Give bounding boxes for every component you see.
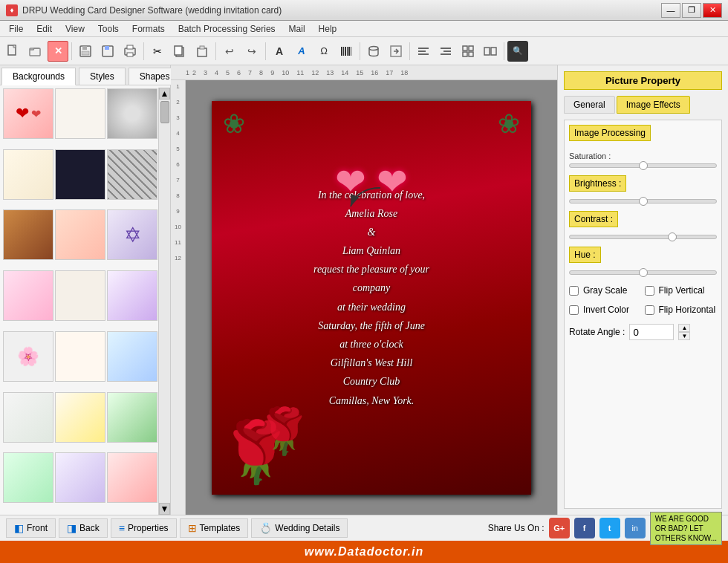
wedding-details-button[interactable]: 💍 Wedding Details	[251, 518, 348, 538]
tb-database[interactable]	[363, 41, 384, 62]
hue-row: Hue :	[569, 247, 717, 275]
tb-save[interactable]	[75, 41, 96, 62]
thumb-21[interactable]	[107, 452, 157, 503]
thumb-7[interactable]	[3, 209, 53, 260]
tab-styles[interactable]: Styles	[79, 68, 126, 85]
facebook-btn[interactable]: f	[574, 518, 595, 538]
tab-general[interactable]: General	[564, 96, 615, 114]
thumb-5[interactable]	[55, 149, 105, 200]
thumb-14[interactable]	[55, 331, 105, 382]
thumb-13[interactable]: 🌸	[3, 331, 53, 382]
scrollbar[interactable]: ▲ ▼	[158, 88, 170, 515]
google-plus-btn[interactable]: G+	[549, 518, 570, 538]
tb-copy[interactable]	[169, 41, 190, 62]
rotate-up-btn[interactable]: ▲	[678, 324, 690, 332]
minimize-button[interactable]: —	[661, 3, 680, 18]
back-button[interactable]: ◨ Back	[59, 518, 108, 538]
thumbnail-grid: ❤ ❤ ✡ 🌸	[0, 85, 170, 515]
scroll-up-btn[interactable]: ▲	[159, 88, 170, 100]
tb-cut[interactable]: ✂	[147, 41, 168, 62]
flip-vertical-checkbox[interactable]	[645, 286, 654, 296]
rotate-angle-input[interactable]	[629, 324, 674, 340]
tb-align-left[interactable]	[413, 41, 434, 62]
rating-line2: OR BAD? LET	[655, 524, 717, 533]
tb-open[interactable]	[25, 41, 46, 62]
thumb-16[interactable]	[3, 392, 53, 443]
tb-undo[interactable]: ↩	[219, 41, 240, 62]
thumb-3[interactable]	[107, 88, 157, 139]
thumb-6[interactable]	[107, 149, 157, 200]
thumb-12[interactable]	[107, 270, 157, 321]
tb-delete[interactable]: ✕	[48, 41, 68, 62]
templates-button[interactable]: ⊞ Templates	[180, 518, 249, 538]
tb-redo[interactable]: ↪	[241, 41, 262, 62]
thumb-8[interactable]	[55, 209, 105, 260]
app-icon: ♦	[6, 4, 18, 16]
menu-help[interactable]: Help	[313, 22, 343, 36]
menu-batch-processing[interactable]: Batch Processing Series	[172, 22, 282, 36]
sep5	[360, 42, 360, 60]
sep7	[504, 42, 504, 60]
hue-slider[interactable]	[569, 270, 717, 275]
saturation-label: Saturation :	[569, 152, 717, 160]
thumb-2[interactable]	[55, 88, 105, 139]
thumb-1[interactable]: ❤ ❤	[3, 88, 53, 139]
thumb-9[interactable]: ✡	[107, 209, 157, 260]
thumb-19[interactable]	[3, 452, 53, 503]
grayscale-checkbox[interactable]	[569, 286, 579, 296]
saturation-slider[interactable]	[569, 163, 717, 168]
scroll-thumb[interactable]	[160, 101, 169, 123]
website-url: www.Datadoctor.in	[305, 545, 423, 559]
thumb-18[interactable]	[107, 392, 157, 443]
tb-zoom[interactable]: 🔍	[507, 41, 528, 62]
tb-align-right[interactable]	[435, 41, 456, 62]
tab-backgrounds[interactable]: Backgrounds	[1, 68, 76, 85]
menu-tools[interactable]: Tools	[92, 22, 125, 36]
menu-file[interactable]: File	[3, 22, 29, 36]
tb-save-as[interactable]	[97, 41, 118, 62]
tb-print-preview[interactable]	[120, 41, 140, 62]
tb-new[interactable]	[3, 41, 24, 62]
menu-formats[interactable]: Formats	[126, 22, 171, 36]
thumb-4[interactable]	[3, 149, 53, 200]
tb-ratio[interactable]	[480, 41, 501, 62]
thumb-20[interactable]	[55, 452, 105, 503]
twitter-btn[interactable]: t	[599, 518, 620, 538]
image-processing-label: Image Processing	[569, 125, 651, 141]
thumb-11[interactable]	[55, 270, 105, 321]
properties-button[interactable]: ≡ Properties	[111, 518, 177, 538]
tb-wordart[interactable]: A	[291, 41, 312, 62]
window-title: DRPU Wedding Card Designer Software (wed…	[22, 5, 282, 16]
thumb-15[interactable]	[107, 331, 157, 382]
scroll-down-btn[interactable]: ▼	[159, 503, 170, 515]
thumb-17[interactable]	[55, 392, 105, 443]
invert-color-checkbox[interactable]	[569, 305, 579, 315]
close-button[interactable]: ✕	[703, 3, 722, 18]
maximize-button[interactable]: ❐	[682, 3, 701, 18]
front-button[interactable]: ◧ Front	[6, 518, 56, 538]
tab-image-effects[interactable]: Image Effects	[617, 96, 690, 114]
invert-color-row: Invert Color	[569, 305, 642, 315]
window-controls[interactable]: — ❐ ✕	[661, 3, 722, 18]
thumb-10[interactable]	[3, 270, 53, 321]
card-canvas[interactable]: ❀ ❀ ❤ ❤ 🌹 🌹 In the celebration of love, …	[212, 101, 531, 495]
flip-vertical-label: Flip Vertical	[659, 285, 705, 296]
tb-grid[interactable]	[458, 41, 478, 62]
share-btn-4[interactable]: in	[625, 518, 646, 538]
contrast-slider[interactable]	[569, 235, 717, 239]
brightness-slider[interactable]	[569, 199, 717, 204]
rotate-spinners: ▲ ▼	[678, 324, 690, 340]
tb-import[interactable]	[386, 41, 406, 62]
menu-view[interactable]: View	[59, 22, 91, 36]
tb-paste[interactable]	[192, 41, 212, 62]
menu-mail[interactable]: Mail	[283, 22, 311, 36]
flip-horizontal-checkbox[interactable]	[645, 305, 654, 315]
svg-rect-23	[418, 48, 429, 49]
wedding-details-label: Wedding Details	[275, 523, 339, 533]
tb-barcode[interactable]	[336, 41, 357, 62]
tb-symbol[interactable]: Ω	[313, 41, 334, 62]
tb-text[interactable]: A	[269, 41, 290, 62]
menu-edit[interactable]: Edit	[30, 22, 58, 36]
rotate-down-btn[interactable]: ▼	[678, 332, 690, 340]
svg-rect-28	[441, 53, 451, 55]
